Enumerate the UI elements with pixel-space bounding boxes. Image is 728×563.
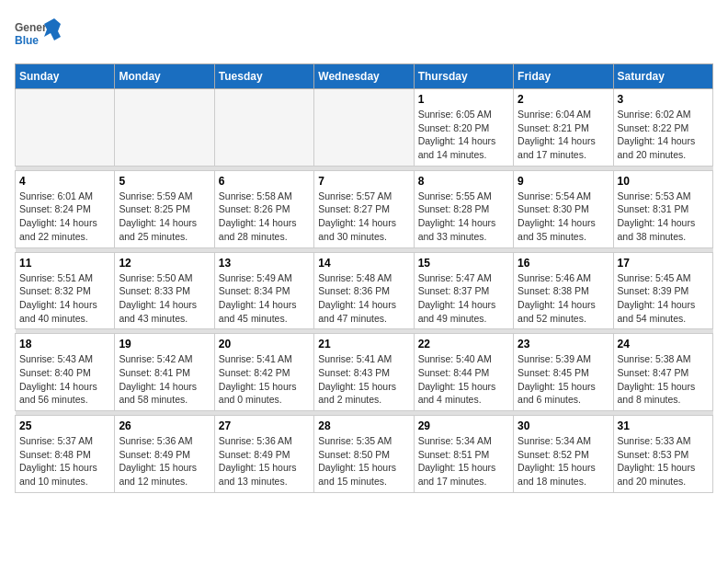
day-number: 9: [518, 175, 609, 188]
calendar-week-row: 4Sunrise: 6:01 AMSunset: 8:24 PMDaylight…: [16, 170, 713, 247]
calendar-cell: 8Sunrise: 5:55 AMSunset: 8:28 PMDaylight…: [414, 170, 513, 247]
calendar-cell: 19Sunrise: 5:42 AMSunset: 8:41 PMDayligh…: [115, 334, 214, 411]
day-info: Sunrise: 5:33 AMSunset: 8:53 PMDaylight:…: [618, 434, 709, 488]
day-info: Sunrise: 5:58 AMSunset: 8:26 PMDaylight:…: [219, 190, 310, 244]
calendar-week-row: 11Sunrise: 5:51 AMSunset: 8:32 PMDayligh…: [16, 252, 713, 329]
day-info: Sunrise: 6:04 AMSunset: 8:21 PMDaylight:…: [518, 108, 609, 162]
weekday-header: Thursday: [414, 64, 513, 89]
calendar-cell: 3Sunrise: 6:02 AMSunset: 8:22 PMDaylight…: [613, 89, 712, 167]
calendar-week-row: 18Sunrise: 5:43 AMSunset: 8:40 PMDayligh…: [16, 334, 713, 411]
calendar-cell: 23Sunrise: 5:39 AMSunset: 8:45 PMDayligh…: [514, 334, 613, 411]
calendar-cell: 25Sunrise: 5:37 AMSunset: 8:48 PMDayligh…: [16, 416, 115, 493]
calendar-cell: 12Sunrise: 5:50 AMSunset: 8:33 PMDayligh…: [115, 252, 214, 329]
day-info: Sunrise: 5:43 AMSunset: 8:40 PMDaylight:…: [19, 352, 110, 407]
calendar-cell: 5Sunrise: 5:59 AMSunset: 8:25 PMDaylight…: [115, 170, 214, 247]
weekday-header: Saturday: [613, 64, 712, 89]
calendar-cell: 26Sunrise: 5:36 AMSunset: 8:49 PMDayligh…: [115, 416, 214, 493]
day-info: Sunrise: 5:38 AMSunset: 8:47 PMDaylight:…: [618, 352, 709, 407]
calendar-cell: 15Sunrise: 5:47 AMSunset: 8:37 PMDayligh…: [414, 252, 513, 329]
day-info: Sunrise: 5:45 AMSunset: 8:39 PMDaylight:…: [618, 271, 709, 326]
day-number: 31: [618, 419, 709, 432]
calendar-cell: 10Sunrise: 5:53 AMSunset: 8:31 PMDayligh…: [613, 170, 712, 247]
day-info: Sunrise: 5:39 AMSunset: 8:45 PMDaylight:…: [518, 352, 609, 407]
day-number: 4: [19, 175, 110, 188]
day-info: Sunrise: 5:51 AMSunset: 8:32 PMDaylight:…: [19, 271, 110, 326]
day-number: 19: [119, 338, 210, 350]
calendar-cell: 1Sunrise: 6:05 AMSunset: 8:20 PMDaylight…: [414, 89, 513, 167]
day-info: Sunrise: 5:34 AMSunset: 8:52 PMDaylight:…: [518, 434, 609, 488]
day-number: 14: [318, 257, 409, 270]
day-number: 30: [518, 419, 609, 432]
day-number: 25: [19, 419, 110, 432]
day-info: Sunrise: 6:01 AMSunset: 8:24 PMDaylight:…: [19, 190, 110, 244]
weekday-header: Monday: [115, 64, 214, 89]
calendar-cell: 31Sunrise: 5:33 AMSunset: 8:53 PMDayligh…: [613, 416, 712, 493]
day-info: Sunrise: 5:37 AMSunset: 8:48 PMDaylight:…: [19, 434, 110, 488]
day-info: Sunrise: 5:46 AMSunset: 8:38 PMDaylight:…: [518, 271, 609, 326]
calendar-cell: 9Sunrise: 5:54 AMSunset: 8:30 PMDaylight…: [514, 170, 613, 247]
calendar-cell: [314, 89, 414, 167]
calendar-cell: 28Sunrise: 5:35 AMSunset: 8:50 PMDayligh…: [314, 416, 414, 493]
day-info: Sunrise: 6:02 AMSunset: 8:22 PMDaylight:…: [618, 108, 709, 162]
day-number: 28: [318, 419, 409, 432]
calendar-cell: 20Sunrise: 5:41 AMSunset: 8:42 PMDayligh…: [214, 334, 313, 411]
svg-text:Blue: Blue: [15, 34, 39, 47]
day-info: Sunrise: 5:53 AMSunset: 8:31 PMDaylight:…: [618, 190, 709, 244]
page-header: General Blue: [15, 15, 713, 56]
day-number: 3: [618, 93, 709, 106]
day-number: 29: [418, 419, 509, 432]
day-number: 8: [418, 175, 509, 188]
day-info: Sunrise: 5:42 AMSunset: 8:41 PMDaylight:…: [119, 352, 210, 407]
day-number: 21: [318, 338, 409, 350]
calendar-cell: 2Sunrise: 6:04 AMSunset: 8:21 PMDaylight…: [514, 89, 613, 167]
day-info: Sunrise: 5:41 AMSunset: 8:42 PMDaylight:…: [219, 352, 310, 407]
calendar-table: SundayMondayTuesdayWednesdayThursdayFrid…: [15, 63, 713, 493]
day-info: Sunrise: 6:05 AMSunset: 8:20 PMDaylight:…: [418, 108, 509, 162]
calendar-cell: 29Sunrise: 5:34 AMSunset: 8:51 PMDayligh…: [414, 416, 513, 493]
weekday-header: Wednesday: [314, 64, 414, 89]
day-number: 17: [618, 257, 709, 270]
logo-icon: General Blue: [15, 15, 61, 56]
day-info: Sunrise: 5:59 AMSunset: 8:25 PMDaylight:…: [119, 190, 210, 244]
day-info: Sunrise: 5:57 AMSunset: 8:27 PMDaylight:…: [318, 190, 409, 244]
calendar-cell: 17Sunrise: 5:45 AMSunset: 8:39 PMDayligh…: [613, 252, 712, 329]
day-number: 26: [119, 419, 210, 432]
calendar-cell: 24Sunrise: 5:38 AMSunset: 8:47 PMDayligh…: [613, 334, 712, 411]
calendar-cell: 21Sunrise: 5:41 AMSunset: 8:43 PMDayligh…: [314, 334, 414, 411]
day-info: Sunrise: 5:54 AMSunset: 8:30 PMDaylight:…: [518, 190, 609, 244]
calendar-cell: 14Sunrise: 5:48 AMSunset: 8:36 PMDayligh…: [314, 252, 414, 329]
day-number: 18: [19, 338, 110, 350]
day-info: Sunrise: 5:49 AMSunset: 8:34 PMDaylight:…: [219, 271, 310, 326]
calendar-cell: 13Sunrise: 5:49 AMSunset: 8:34 PMDayligh…: [214, 252, 313, 329]
calendar-cell: 4Sunrise: 6:01 AMSunset: 8:24 PMDaylight…: [16, 170, 115, 247]
day-info: Sunrise: 5:40 AMSunset: 8:44 PMDaylight:…: [418, 352, 509, 407]
day-number: 24: [618, 338, 709, 350]
calendar-cell: 7Sunrise: 5:57 AMSunset: 8:27 PMDaylight…: [314, 170, 414, 247]
day-info: Sunrise: 5:34 AMSunset: 8:51 PMDaylight:…: [418, 434, 509, 488]
calendar-cell: [16, 89, 115, 167]
day-number: 10: [618, 175, 709, 188]
day-info: Sunrise: 5:41 AMSunset: 8:43 PMDaylight:…: [318, 352, 409, 407]
calendar-cell: 11Sunrise: 5:51 AMSunset: 8:32 PMDayligh…: [16, 252, 115, 329]
weekday-header: Friday: [514, 64, 613, 89]
day-number: 13: [219, 257, 310, 270]
day-number: 22: [418, 338, 509, 350]
calendar-week-row: 25Sunrise: 5:37 AMSunset: 8:48 PMDayligh…: [16, 416, 713, 493]
day-number: 23: [518, 338, 609, 350]
day-info: Sunrise: 5:50 AMSunset: 8:33 PMDaylight:…: [119, 271, 210, 326]
weekday-header: Tuesday: [214, 64, 313, 89]
day-number: 27: [219, 419, 310, 432]
day-info: Sunrise: 5:36 AMSunset: 8:49 PMDaylight:…: [219, 434, 310, 488]
calendar-cell: 27Sunrise: 5:36 AMSunset: 8:49 PMDayligh…: [214, 416, 313, 493]
day-number: 1: [418, 93, 509, 106]
day-number: 2: [518, 93, 609, 106]
day-number: 15: [418, 257, 509, 270]
calendar-cell: 22Sunrise: 5:40 AMSunset: 8:44 PMDayligh…: [414, 334, 513, 411]
day-number: 16: [518, 257, 609, 270]
calendar-cell: 30Sunrise: 5:34 AMSunset: 8:52 PMDayligh…: [514, 416, 613, 493]
day-number: 12: [119, 257, 210, 270]
day-info: Sunrise: 5:48 AMSunset: 8:36 PMDaylight:…: [318, 271, 409, 326]
day-info: Sunrise: 5:55 AMSunset: 8:28 PMDaylight:…: [418, 190, 509, 244]
day-number: 20: [219, 338, 310, 350]
logo: General Blue: [15, 15, 61, 56]
